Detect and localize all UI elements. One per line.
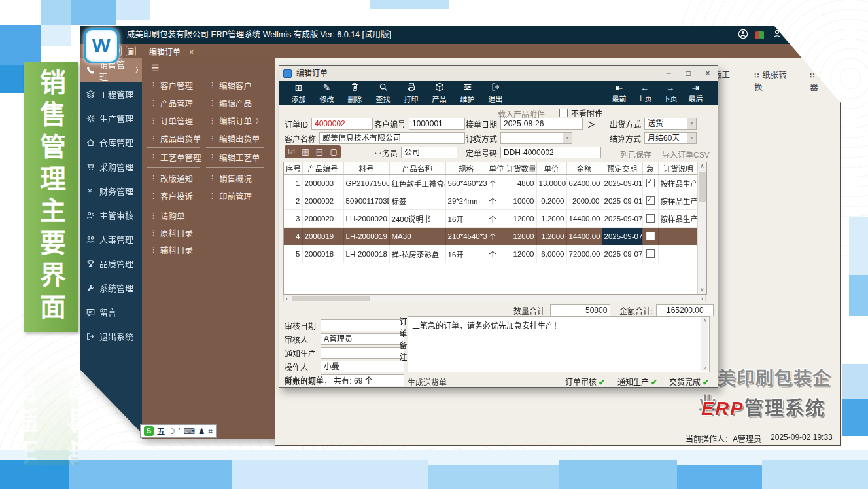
table-cell[interactable]: 2400说明书	[389, 210, 445, 228]
table-cell[interactable]	[642, 192, 658, 210]
maintain-button[interactable]: 维护	[453, 82, 481, 104]
submenu-item-edit-customer[interactable]: ⋮编辑客户	[209, 79, 252, 92]
table-cell[interactable]: 3	[284, 210, 302, 228]
sidebar-item-finance[interactable]: ¥ 财务管理	[80, 179, 142, 203]
dropdown-arrow-icon[interactable]: ▼	[687, 133, 696, 143]
scroll-left-icon[interactable]: ‹	[286, 296, 288, 302]
table-cell[interactable]: LH-2000018	[343, 245, 389, 263]
blank-doc-icon[interactable]: ▢	[330, 147, 337, 156]
table-cell[interactable]: 2025-09-01	[602, 192, 642, 210]
receive-date-input[interactable]: 2025-08-26	[500, 118, 583, 130]
column-header[interactable]: 序号	[284, 162, 302, 175]
table-cell[interactable]: 16开	[445, 210, 487, 228]
hide-attachment-checkbox[interactable]: 不看附件	[559, 107, 602, 118]
table-cell[interactable]: 2025-09-07	[602, 228, 642, 245]
scroll-up-icon[interactable]: ∧	[703, 318, 706, 323]
sidebar-item-hr[interactable]: 人事管理	[80, 227, 142, 251]
submenu-item-sales-overview[interactable]: ⋮销售概况	[209, 172, 252, 185]
table-cell[interactable]	[642, 245, 658, 263]
table-cell[interactable]: LH-2000019	[343, 228, 389, 245]
ime-wubi-icon[interactable]: 五	[157, 426, 165, 437]
auditor-input[interactable]: A管理员	[321, 333, 404, 345]
urgent-checkbox[interactable]	[646, 196, 655, 205]
scroll-down-icon[interactable]: ∨	[698, 286, 706, 294]
sidebar-item-production[interactable]: 生产管理	[80, 106, 142, 130]
table-row[interactable]: 42000019LH-2000019MA30210*4540*354个12000…	[284, 228, 698, 245]
table-cell[interactable]	[642, 210, 658, 228]
table-cell[interactable]: 禅-私房茶彩盒	[389, 245, 445, 263]
urgent-checkbox[interactable]	[646, 214, 655, 223]
minimize-button[interactable]: –	[659, 66, 678, 81]
submenu-item-requisition[interactable]: ⋮请购单	[150, 209, 185, 222]
exit-button[interactable]: 退出	[481, 82, 510, 104]
table-cell[interactable]	[642, 228, 658, 245]
horizontal-scrollbar[interactable]: ‹ ›	[283, 295, 706, 302]
urgent-checkbox[interactable]	[646, 232, 655, 240]
table-cell[interactable]: 1.2000	[536, 210, 566, 228]
sidebar-item-warehouse[interactable]: 仓库管理	[80, 130, 142, 154]
maximize-button[interactable]: □	[678, 66, 698, 81]
table-cell[interactable]: 14400.00	[566, 210, 602, 228]
ime-keyboard-icon[interactable]: ⌨	[183, 427, 194, 436]
notify-production-input[interactable]	[321, 347, 404, 359]
tab-close-icon[interactable]: ×	[189, 48, 194, 57]
table-cell[interactable]	[658, 245, 698, 263]
column-header[interactable]: 订货说明	[658, 162, 698, 175]
table-cell[interactable]: 个	[487, 192, 504, 210]
sidebar-item-purchasing[interactable]: 采购管理	[80, 154, 142, 179]
order-id-input[interactable]: 4000002	[311, 118, 373, 130]
scrollbar-thumb[interactable]	[699, 172, 706, 202]
submenu-item-revision-notice[interactable]: ⋮改版通知	[150, 172, 193, 185]
table-cell[interactable]: 560*460*230	[445, 175, 487, 192]
vertical-scrollbar[interactable]: ∧ ∨	[697, 162, 706, 294]
ime-settings-icon[interactable]: ⌗	[209, 427, 213, 436]
table-cell[interactable]: 14400.00	[566, 228, 602, 245]
column-header[interactable]: 料号	[343, 162, 389, 175]
submenu-item-edit-shipment[interactable]: ⋮编辑出货单	[209, 132, 260, 145]
add-button[interactable]: ⊞添加	[285, 82, 313, 104]
order-no-input[interactable]: DDH-4000002	[500, 147, 601, 158]
submenu-item-edit-process-sheet[interactable]: ⋮编辑工艺单	[209, 151, 260, 164]
column-header[interactable]: 单位	[487, 162, 504, 175]
table-cell[interactable]: 5	[284, 245, 302, 263]
column-header[interactable]: 金额	[566, 162, 602, 175]
sidebar-item-system[interactable]: 系统管理	[80, 276, 142, 300]
salesman-input[interactable]: 公司	[401, 147, 457, 158]
submenu-item-products[interactable]: ⋮产品管理	[150, 97, 193, 109]
table-cell[interactable]	[642, 175, 658, 192]
columns-saved-link[interactable]: 列已保存	[620, 149, 651, 160]
date-picker-button[interactable]: ＞	[587, 118, 595, 130]
scrollbar-thumb[interactable]	[292, 296, 370, 301]
table-row[interactable]: 52000018LH-2000018禅-私房茶彩盒16开个120006.0000…	[284, 245, 698, 263]
table-cell[interactable]: 2025-09-07	[602, 210, 642, 228]
dialog-titlebar[interactable]: 编辑订单 – □ ×	[279, 66, 718, 81]
table-cell[interactable]: 62400.00	[566, 175, 602, 192]
notify-production-flag[interactable]: 通知生产✔	[617, 376, 657, 387]
table-cell[interactable]: 个	[487, 210, 504, 228]
sidebar-item-messages[interactable]: 留言	[80, 300, 142, 324]
table-cell[interactable]: 2000018	[302, 245, 343, 263]
column-header[interactable]: 预定交期	[602, 162, 642, 175]
table-cell[interactable]: 4	[284, 228, 302, 245]
prev-page-button[interactable]: ←上页	[632, 83, 657, 103]
table-cell[interactable]: MA30	[389, 228, 445, 245]
collapse-menu-icon[interactable]: ☰	[151, 63, 160, 73]
next-page-button[interactable]: →下页	[657, 83, 683, 103]
table-cell[interactable]: 1.2000	[536, 228, 566, 245]
column-header[interactable]: 订货数量	[504, 162, 536, 175]
table-cell[interactable]: 个	[487, 175, 504, 192]
user-circle-icon[interactable]	[738, 29, 748, 42]
table-cell[interactable]: 210*4540*354	[445, 228, 487, 245]
table-cell[interactable]: 6.0000	[536, 245, 566, 263]
table-cell[interactable]: 个	[487, 245, 504, 263]
grid-doc-icon[interactable]: ▦	[302, 147, 309, 156]
search-button[interactable]: 查找	[369, 82, 397, 104]
ime-moon-icon[interactable]: ☽	[168, 427, 175, 436]
table-cell[interactable]: 16开	[445, 245, 487, 263]
settle-method-select[interactable]: 月结60天▼	[644, 132, 697, 144]
table-cell[interactable]: 72000.00	[566, 245, 602, 263]
submenu-item-customers[interactable]: ⋮客户管理	[150, 79, 193, 92]
table-cell[interactable]: 12000	[504, 245, 536, 263]
submenu-item-prepress[interactable]: ⋮印前管理	[209, 190, 252, 202]
tab-edit-order[interactable]: 编辑订单 ×	[149, 46, 194, 57]
